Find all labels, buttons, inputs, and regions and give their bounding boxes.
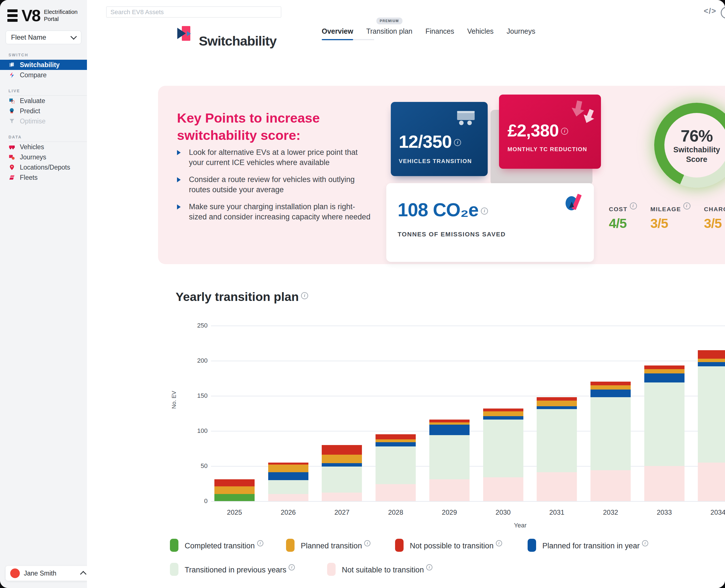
bar-segment[interactable] (375, 442, 416, 446)
bar-segment[interactable] (537, 409, 577, 472)
x-tick-label: 2025 (215, 508, 254, 517)
tab-journeys[interactable]: Journeys (506, 27, 535, 40)
bar-segment[interactable] (591, 382, 631, 385)
info-icon[interactable]: i (257, 540, 263, 546)
bullet-triangle-icon (177, 204, 184, 210)
sidebar-item-locations-depots[interactable]: Locations/Depots (0, 162, 87, 172)
bar-segment[interactable] (214, 486, 255, 494)
bar-segment[interactable] (483, 416, 523, 420)
bar-segment[interactable] (537, 401, 577, 406)
key-points-list: Look for alternative EVs at a lower pric… (177, 147, 372, 229)
bar-segment[interactable] (429, 479, 470, 501)
info-icon[interactable]: i (426, 564, 432, 570)
info-icon[interactable]: i (683, 203, 690, 210)
bar-segment[interactable] (429, 435, 470, 479)
bar-segment[interactable] (214, 494, 255, 501)
tab-transition-plan[interactable]: Transition planPREMIUM (366, 27, 412, 40)
bar-segment[interactable] (591, 397, 631, 470)
bar-segment[interactable] (268, 465, 308, 472)
sidebar-item-label: Evaluate (20, 97, 45, 105)
legend-item: Planned transitioni (286, 539, 370, 552)
bar-segment[interactable] (591, 390, 631, 397)
sidebar-item-journeys[interactable]: Journeys (0, 152, 87, 162)
legend-swatch (286, 539, 294, 552)
bar-segment[interactable] (698, 359, 725, 362)
bar-segment[interactable] (322, 463, 362, 466)
bar-segment[interactable] (268, 494, 308, 501)
tab-finances[interactable]: Finances (426, 27, 454, 40)
info-icon[interactable]: i (301, 292, 308, 299)
bar-segment[interactable] (644, 382, 684, 466)
search-input[interactable] (106, 6, 281, 18)
bar-segment[interactable] (268, 472, 308, 480)
info-icon[interactable]: i (289, 564, 295, 570)
sidebar-item-label: Journeys (20, 153, 46, 161)
key-point-item: Look for alternative EVs at a lower pric… (177, 147, 372, 168)
bar-segment[interactable] (375, 484, 416, 501)
sidebar-item-label: Vehicles (20, 143, 44, 151)
x-tick-label: 2033 (645, 508, 684, 517)
key-points-panel: Key Points to increase switchability sco… (158, 86, 725, 264)
bar-segment[interactable] (644, 466, 684, 501)
tab-label: Finances (426, 27, 454, 35)
tab-vehicles[interactable]: Vehicles (467, 27, 494, 40)
bar-segment[interactable] (322, 445, 362, 455)
user-menu[interactable]: Jane Smith (6, 566, 90, 581)
bar-segment[interactable] (537, 406, 577, 409)
info-icon[interactable]: i (454, 139, 461, 146)
info-icon[interactable]: i (364, 540, 370, 546)
bar-segment[interactable] (375, 439, 416, 442)
sidebar-item-predict[interactable]: Predict (0, 106, 87, 116)
x-tick-label: 2027 (322, 508, 361, 517)
bar-segment[interactable] (322, 455, 362, 463)
bar-segment[interactable] (268, 480, 308, 494)
bar-segment[interactable] (644, 373, 684, 382)
sidebar-item-switchability[interactable]: Switchability (0, 60, 87, 70)
sidebar-item-evaluate[interactable]: Evaluate (0, 96, 87, 106)
bar-segment[interactable] (375, 434, 416, 439)
bar-segment[interactable] (698, 463, 725, 501)
legend-swatch (170, 539, 179, 552)
bar-segment[interactable] (214, 479, 255, 486)
bar-segment[interactable] (591, 385, 631, 390)
bar-segment[interactable] (322, 466, 362, 492)
bar-segment[interactable] (483, 420, 523, 477)
info-icon[interactable]: i (481, 208, 488, 215)
bar-segment[interactable] (483, 408, 523, 411)
bar-segment[interactable] (375, 446, 416, 484)
sidebar-item-fleets[interactable]: Fleets (0, 172, 87, 183)
bar-segment[interactable] (537, 472, 577, 501)
help-icon[interactable] (721, 7, 725, 19)
bar-segment[interactable] (429, 425, 470, 435)
bar-segment[interactable] (268, 463, 308, 465)
legend-item: Not suitable to transitioni (327, 563, 432, 576)
bar-segment[interactable] (483, 477, 523, 501)
bar-segment[interactable] (698, 350, 725, 359)
bar-segment[interactable] (644, 369, 684, 373)
bar-segment[interactable] (591, 470, 631, 501)
tab-bar: OverviewTransition planPREMIUMFinancesVe… (322, 27, 535, 40)
fleet-selector[interactable]: Fleet Name (6, 30, 81, 44)
sidebar-item-optimise[interactable]: Optimise (0, 116, 87, 126)
bar-segment[interactable] (429, 422, 470, 424)
bar-segment[interactable] (322, 492, 362, 501)
bar-segment[interactable] (698, 366, 725, 463)
switchability-score-donut: 76% SwitchabilityScore (654, 103, 725, 188)
info-icon[interactable]: i (642, 540, 648, 546)
tab-overview[interactable]: Overview (322, 27, 353, 40)
bar-segment[interactable] (537, 397, 577, 401)
bar-segment[interactable] (429, 420, 470, 422)
bar-segment[interactable] (483, 411, 523, 416)
emissions-card: 108 CO₂ei TONNES OF EMISSIONS SAVED (386, 183, 594, 262)
sidebar-item-label: Switchability (20, 61, 60, 69)
info-icon[interactable]: i (496, 540, 502, 546)
key-point-item: Make sure your charging installation pla… (177, 202, 372, 222)
bar-segment[interactable] (644, 365, 684, 369)
info-icon[interactable]: i (630, 203, 637, 210)
info-icon[interactable]: i (561, 128, 568, 135)
switchability-logo-icon (179, 26, 190, 41)
sidebar-item-vehicles[interactable]: Vehicles (0, 142, 87, 152)
code-icon[interactable]: </> (704, 7, 717, 16)
sidebar-item-compare[interactable]: Compare (0, 70, 87, 80)
bar-segment[interactable] (698, 362, 725, 366)
